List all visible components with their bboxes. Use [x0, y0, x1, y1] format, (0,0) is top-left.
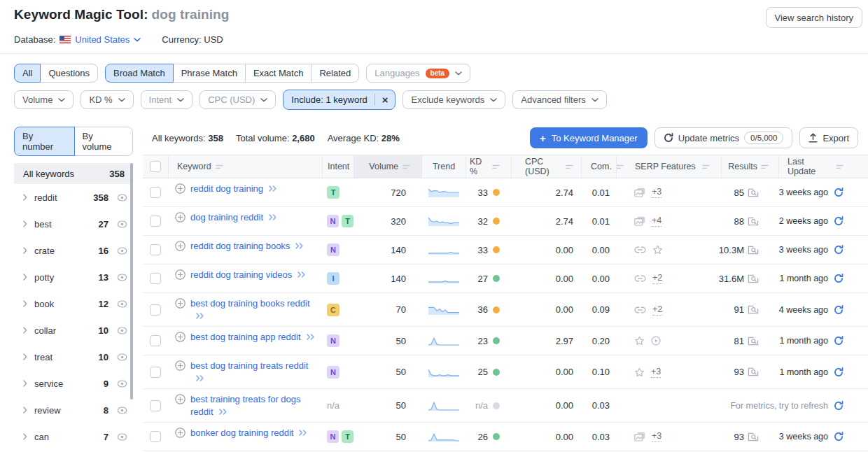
sort-by-number-tab[interactable]: By number [14, 127, 75, 156]
tab-related[interactable]: Related [311, 64, 359, 83]
keyword-link[interactable]: reddit dog training [190, 183, 277, 195]
keyword-link[interactable]: reddit dog training videos [190, 269, 306, 281]
eye-icon[interactable] [117, 300, 127, 308]
expand-keyword-icon[interactable] [268, 185, 277, 192]
column-header-vol[interactable]: Volume [354, 155, 421, 178]
serp-preview-icon[interactable] [748, 188, 759, 197]
table-row[interactable]: dog training reddit NT 320 32 2.74 0.01 … [143, 207, 868, 236]
eye-icon[interactable] [117, 194, 127, 202]
tab-phrase-match[interactable]: Phrase Match [173, 64, 246, 83]
select-all-checkbox[interactable] [150, 161, 161, 172]
keyword-group-item[interactable]: best 27 [14, 211, 133, 237]
keyword-group-item[interactable]: service 9 [14, 370, 133, 397]
table-row[interactable]: best dog training app reddit N 50 23 2.9… [143, 327, 868, 355]
expand-keyword-icon[interactable] [297, 271, 306, 278]
refresh-icon[interactable] [834, 367, 844, 377]
column-header-res[interactable]: Results [721, 155, 778, 178]
refresh-icon[interactable] [834, 305, 844, 315]
keyword-link[interactable]: reddit dog training books [190, 240, 304, 253]
eye-icon[interactable] [117, 380, 127, 388]
serp-more-badge[interactable]: +4 [652, 216, 662, 227]
row-checkbox[interactable] [150, 367, 161, 378]
sort-icon[interactable] [836, 164, 844, 170]
serp-preview-icon[interactable] [748, 432, 759, 442]
expand-keyword-icon[interactable] [295, 243, 304, 249]
exclude-keywords-dropdown[interactable]: Exclude keywords [402, 90, 505, 109]
keyword-group-item[interactable]: reddit 358 [14, 184, 133, 211]
sort-icon[interactable] [761, 164, 769, 170]
add-keyword-icon[interactable] [175, 241, 186, 251]
remove-include-filter-icon[interactable]: × [374, 94, 396, 106]
keyword-group-item[interactable]: book 12 [14, 290, 133, 317]
serp-preview-icon[interactable] [748, 305, 759, 314]
table-row[interactable]: best dog training treats reddit N 50 25 … [143, 355, 868, 389]
advanced-filters-dropdown[interactable]: Advanced filters [512, 90, 607, 109]
refresh-icon[interactable] [834, 336, 844, 346]
row-checkbox[interactable] [150, 304, 161, 316]
table-row[interactable]: reddit dog training books N 140 33 0.00 … [143, 236, 868, 264]
keyword-group-item[interactable]: review 8 [14, 397, 133, 423]
column-header-serp[interactable]: SERP Features [616, 155, 721, 178]
row-checkbox[interactable] [150, 244, 161, 255]
keyword-group-item[interactable]: crate 16 [14, 237, 133, 264]
serp-preview-icon[interactable] [748, 217, 759, 226]
sort-icon[interactable] [216, 164, 223, 170]
row-checkbox[interactable] [150, 400, 161, 411]
row-checkbox[interactable] [150, 431, 161, 442]
sort-icon[interactable] [702, 164, 710, 170]
keyword-group-item[interactable]: treat 10 [14, 344, 133, 370]
refresh-icon[interactable] [834, 432, 844, 442]
add-keyword-icon[interactable] [175, 428, 186, 438]
column-header-kw[interactable]: Keyword [168, 155, 322, 178]
serp-preview-icon[interactable] [748, 246, 759, 255]
table-row[interactable]: best dog training books reddit C 70 36 0… [143, 293, 868, 327]
serp-preview-icon[interactable] [748, 367, 759, 376]
refresh-icon[interactable] [834, 188, 844, 197]
sidebar-scrollbar[interactable] [130, 163, 133, 400]
keyword-link[interactable]: best dog training treats reddit [190, 360, 322, 384]
view-search-history-button[interactable]: View search history [766, 7, 862, 28]
serp-more-badge[interactable]: +3 [652, 187, 662, 198]
kd-filter-dropdown[interactable]: KD % [80, 90, 133, 109]
eye-icon[interactable] [117, 433, 127, 441]
refresh-icon[interactable] [834, 401, 844, 411]
add-keyword-icon[interactable] [175, 360, 186, 371]
column-header-last[interactable]: Last Update [778, 155, 853, 178]
serp-more-badge[interactable]: +2 [652, 304, 662, 316]
tab-all[interactable]: All [14, 64, 41, 83]
row-checkbox[interactable] [150, 273, 161, 284]
table-row[interactable]: best training treats for dogs reddit n/a… [143, 389, 868, 423]
serp-preview-icon[interactable] [748, 274, 759, 283]
to-keyword-manager-button[interactable]: + To Keyword Manager [530, 127, 648, 148]
database-selector[interactable]: Database: United States [14, 34, 141, 45]
keyword-group-item[interactable]: can 7 [14, 423, 133, 450]
sort-icon[interactable] [492, 164, 500, 170]
sort-icon[interactable] [566, 164, 573, 170]
intent-filter-dropdown[interactable]: Intent [141, 90, 193, 109]
update-metrics-button[interactable]: Update metrics 0/5,000 [654, 127, 793, 148]
keyword-link[interactable]: best dog training books reddit [190, 297, 322, 322]
languages-dropdown[interactable]: Languages beta [366, 64, 470, 83]
add-keyword-icon[interactable] [175, 183, 186, 194]
expand-keyword-icon[interactable] [195, 313, 204, 319]
add-keyword-icon[interactable] [175, 212, 186, 223]
keyword-group-item[interactable]: collar 10 [14, 317, 133, 344]
expand-keyword-icon[interactable] [306, 334, 315, 340]
table-row[interactable]: reddit dog training T 720 33 2.74 0.01 +… [143, 178, 868, 207]
tab-questions[interactable]: Questions [40, 64, 98, 83]
eye-icon[interactable] [117, 327, 127, 334]
keyword-link[interactable]: best training treats for dogs reddit [190, 393, 322, 418]
expand-keyword-icon[interactable] [218, 409, 227, 415]
expand-keyword-icon[interactable] [268, 214, 277, 220]
add-keyword-icon[interactable] [175, 332, 186, 342]
column-header-kd[interactable]: KD % [465, 155, 511, 178]
eye-icon[interactable] [117, 274, 127, 281]
export-button[interactable]: Export [799, 127, 858, 148]
tab-broad-match[interactable]: Broad Match [105, 64, 174, 83]
cpc-filter-dropdown[interactable]: CPC (USD) [200, 90, 276, 109]
refresh-icon[interactable] [834, 216, 844, 226]
expand-keyword-icon[interactable] [298, 430, 307, 436]
sort-by-volume-tab[interactable]: By volume [74, 127, 133, 156]
keyword-link[interactable]: dog training reddit [190, 211, 277, 224]
column-header-cpc[interactable]: CPC (USD) [511, 155, 581, 178]
